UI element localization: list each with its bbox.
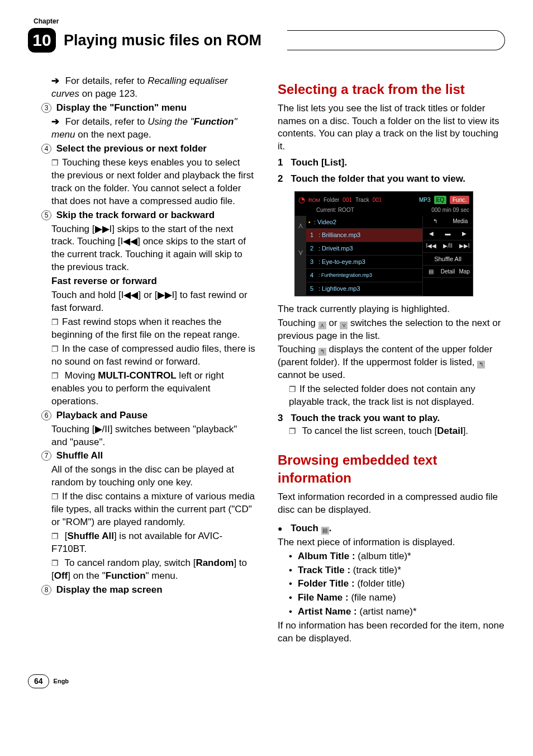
label: File Name :	[298, 592, 349, 603]
note-mixed-media: If the disc contains a mixture of variou…	[28, 490, 255, 529]
text: Touch	[291, 523, 321, 533]
step-2: 2 Touch the folder that you want to view…	[278, 173, 505, 186]
item-num-5: 5	[41, 210, 51, 220]
touch-info-step: Touch ▤.	[278, 522, 505, 535]
detail-button[interactable]: Detail	[440, 268, 456, 276]
file-name: : Lightlove.mp3	[318, 285, 420, 293]
info-button[interactable]: ▤	[423, 268, 440, 276]
chapter-label: Chapter	[34, 17, 505, 26]
info-track-title: Track Title : (track title)*	[278, 564, 505, 577]
item-3-title: Display the "Function" menu	[56, 102, 187, 113]
chapter-title: Playing music files on ROM	[64, 30, 287, 50]
track-label: Track	[355, 196, 369, 204]
text: on the next page.	[75, 129, 151, 140]
format-label: MP3	[419, 196, 431, 204]
label: Track Title :	[298, 565, 350, 575]
item-8: 8 Display the map screen	[28, 584, 255, 597]
next-track-icon: ▶▶I	[158, 290, 175, 300]
selecting-track-intro: The list lets you see the list of track …	[278, 102, 505, 154]
folder-icon: ▪	[308, 218, 311, 226]
parent-folder-button[interactable]: ↰	[423, 218, 448, 225]
text: To cancel random play, switch [	[64, 557, 196, 568]
step-3-num: 3	[278, 412, 283, 425]
list-item[interactable]: 4 : Furtherintegration.mp3	[306, 269, 422, 282]
label: Album Title :	[298, 551, 355, 561]
info-icon: ▤	[321, 527, 329, 535]
chapter-number: 10	[28, 28, 56, 53]
item-4-title: Select the previous or next folder	[56, 143, 207, 154]
file-name: : Video2	[314, 218, 420, 226]
text: ] on the "	[68, 570, 105, 581]
folder-num: 001	[342, 196, 352, 204]
random-label: Random	[196, 557, 234, 568]
file-name: : Eye-to-eye.mp3	[318, 258, 420, 266]
track-list: ▪ : Video2 1 : Brilliance.mp3 2 : Drivei…	[306, 216, 422, 296]
next-track-button[interactable]: ▶▶I	[456, 242, 473, 250]
item-7-desc-a: All of the songs in the disc can be play…	[28, 464, 255, 489]
text: Touching [	[51, 424, 95, 434]
step-2-text: Touch the folder that you want to view.	[291, 173, 505, 186]
parent-folder-icon: ↰	[477, 361, 485, 368]
after-shot-1: The track currently playing is highlight…	[278, 303, 505, 316]
file-name: : Brilliance.mp3	[318, 231, 420, 239]
step-2-num: 2	[278, 173, 283, 186]
value: (folder title)	[355, 578, 405, 589]
step-1-text: Touch [List].	[291, 157, 505, 169]
item-4: 4 Select the previous or next folder	[28, 143, 255, 155]
play-pause-icon: ▶/II	[95, 424, 110, 434]
right-column: Selecting a track from the list The list…	[278, 75, 505, 646]
map-button[interactable]: Map	[456, 268, 473, 276]
list-item[interactable]: 2 : Driveit.mp3	[306, 242, 422, 256]
scroll-up-icon[interactable]: ⋏	[298, 220, 303, 231]
heading-selecting-track: Selecting a track from the list	[278, 81, 505, 98]
text: To cancel the list screen, touch [	[302, 426, 437, 436]
step-1: 1 Touch [List].	[278, 157, 505, 169]
page-down-icon: ⋎	[340, 322, 348, 329]
list-item[interactable]: 1 : Brilliance.mp3	[306, 229, 422, 242]
list-item[interactable]: 5 : Lightlove.mp3	[306, 282, 422, 296]
note-shuffle-not-available: [Shuffle All] is not available for AVIC-…	[28, 530, 255, 556]
next-info-displayed: The next piece of information is display…	[278, 536, 505, 549]
left-column: For details, refer to Recalling equalise…	[28, 75, 255, 646]
shuffle-all-button[interactable]: Shuffle All	[423, 253, 473, 266]
text: Touching [	[51, 224, 95, 234]
shuffle-all-label: Shuffle All	[67, 531, 113, 541]
track-index: 1	[308, 231, 315, 239]
multi-control-label: MULTI-CONTROL	[98, 370, 176, 381]
play-pause-button[interactable]: ▶/II	[440, 242, 456, 250]
prev-track-icon: I◀◀	[121, 290, 139, 300]
text: cannot be used.	[278, 370, 345, 380]
func-button[interactable]: Func.	[450, 196, 469, 205]
detail-label: Detail	[437, 426, 463, 436]
folder-nav-icon: ▬	[440, 230, 456, 238]
item-5: 5 Skip the track forward or backward	[28, 209, 255, 222]
item-8-title: Display the map screen	[56, 584, 163, 595]
text: ].	[463, 426, 468, 436]
next-folder-button[interactable]: ▶	[456, 230, 473, 238]
eq-button[interactable]: EQ	[434, 196, 446, 205]
track-index: 3	[308, 258, 315, 266]
list-item[interactable]: 3 : Eye-to-eye.mp3	[306, 256, 422, 269]
step-3: 3 Touch the track you want to play.	[278, 412, 505, 425]
item-7: 7 Shuffle All	[28, 450, 255, 462]
prev-track-button[interactable]: I◀◀	[423, 242, 440, 250]
scroll-down-icon[interactable]: ⋎	[298, 247, 303, 258]
prev-folder-button[interactable]: ◀	[423, 230, 440, 238]
item-num-6: 6	[41, 410, 51, 420]
list-item[interactable]: ▪ : Video2	[306, 216, 422, 229]
folder-label: Folder	[323, 196, 339, 204]
value: (track title)*	[350, 565, 401, 575]
item-5-title: Skip the track forward or backward	[56, 210, 215, 220]
item-num-3: 3	[41, 103, 51, 113]
text: Touch and hold [	[51, 290, 121, 300]
item-3: 3 Display the "Function" menu	[28, 102, 255, 115]
item-5-desc-a: Touching [▶▶I] skips to the start of the…	[28, 223, 255, 275]
note-multi-control: Moving MULTI-CONTROL left or right enabl…	[28, 370, 255, 408]
after-shot-2: Touching ⋏ or ⋎ switches the selection t…	[278, 317, 505, 343]
value: (artist name)*	[357, 606, 417, 617]
fast-rev-fwd-heading: Fast reverse or forward	[28, 275, 255, 288]
media-button[interactable]: Media	[448, 218, 473, 225]
step-3-text: Touch the track you want to play.	[291, 412, 505, 425]
current-path: Current: ROOT	[316, 206, 354, 214]
track-index: 2	[308, 244, 315, 253]
